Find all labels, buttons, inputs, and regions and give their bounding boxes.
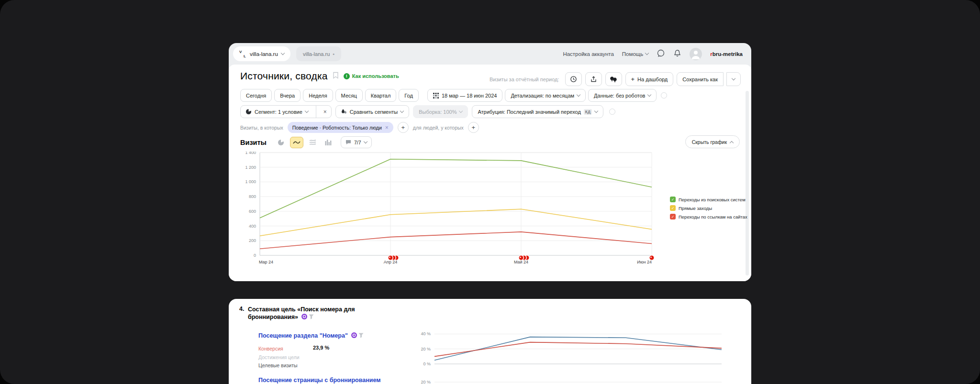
droplets-icon <box>341 109 347 115</box>
chevron-up-icon <box>730 141 734 144</box>
logo-letter: L <box>244 54 246 58</box>
avatar[interactable] <box>690 48 702 60</box>
date-range-button[interactable]: 18 мар — 18 июн 2024 <box>427 89 503 102</box>
filter-chip-label: Поведение · Роботность: Только люди <box>292 125 382 131</box>
history-button[interactable] <box>565 72 582 86</box>
hide-chart-button[interactable]: Скрыть график <box>685 135 740 148</box>
username[interactable]: rbru-metrika <box>710 51 743 57</box>
comment-dot <box>520 257 521 258</box>
series-line-0 <box>434 337 722 361</box>
stacked-chart-toggle[interactable] <box>306 137 319 148</box>
counter-selector[interactable]: V L villa-lana.ru <box>233 46 290 61</box>
metric-label-goal-reaches[interactable]: Достижения цели <box>258 354 300 360</box>
chat-icon[interactable] <box>657 49 665 59</box>
funnel-icon[interactable] <box>309 314 314 319</box>
period-button[interactable]: Квартал <box>365 89 397 102</box>
close-icon[interactable]: × <box>385 124 389 131</box>
attribution-button[interactable]: Атрибуция: Последний значимый переход КД <box>472 105 603 118</box>
line-chart-toggle[interactable] <box>290 137 303 148</box>
legend-item[interactable]: ✓Переходы из поисковых систем <box>670 197 747 202</box>
add-people-condition-button[interactable]: + <box>468 122 479 133</box>
goal1-conversion-chart[interactable]: 0 %20 %40 % <box>413 327 729 372</box>
legend-checkbox[interactable]: ✓ <box>670 197 676 202</box>
pie-chart-toggle[interactable] <box>274 137 288 148</box>
series-line-0 <box>260 159 652 218</box>
goal2-link[interactable]: Посещение страницы с броннированием <box>258 377 380 384</box>
goals-pins-button[interactable] <box>605 72 622 86</box>
period-button[interactable]: Вчера <box>274 89 301 102</box>
chevron-down-icon <box>647 93 651 97</box>
save-as-dropdown-button[interactable] <box>726 72 741 86</box>
filter-chip[interactable]: Поведение · Роботность: Только люди × <box>288 122 393 133</box>
y-tick-label: 1 400 <box>245 152 256 155</box>
visits-line-chart[interactable]: 02004006008001 0001 2001 400Мар 24Апр 24… <box>240 152 724 271</box>
legend-item[interactable]: ✓Прямые заходы <box>670 205 747 211</box>
data-mode-label: Данные: без роботов <box>594 93 645 99</box>
comment-marker[interactable] <box>388 255 399 260</box>
comment-bubble-icon <box>345 140 351 145</box>
metric-label-conversion[interactable]: Конверсия <box>258 346 283 351</box>
legend-label: Прямые заходы <box>679 206 712 211</box>
y-tick-label: 1 200 <box>245 165 256 170</box>
metric-label-target-visits[interactable]: Целевые визиты <box>258 362 298 368</box>
goal1-link[interactable]: Посещение раздела "Номера" <box>258 332 364 339</box>
visits-period-label: Визиты за отчётный период: <box>490 77 559 82</box>
goal-badge-icon[interactable] <box>351 332 357 338</box>
bell-icon[interactable] <box>673 49 681 59</box>
goal2-conversion-chart[interactable]: 20 % <box>413 374 729 384</box>
how-to-use[interactable]: ! Как использовать <box>344 73 399 79</box>
account-settings-link[interactable]: Настройка аккаунта <box>563 51 613 57</box>
y-tick-label: 800 <box>249 194 256 199</box>
sampling-button[interactable]: Выборка: 100% <box>413 105 468 118</box>
help-menu[interactable]: Помощь <box>622 51 648 57</box>
export-button[interactable] <box>585 72 602 86</box>
chevron-down-icon <box>459 109 463 113</box>
chart-legend: ✓Переходы из поисковых систем✓Прямые зах… <box>670 197 747 219</box>
metric-value-conversion: 23,9 % <box>313 345 329 351</box>
series-line-2 <box>260 232 652 249</box>
save-as-button[interactable]: Сохранить как <box>677 72 724 86</box>
funnel-icon[interactable] <box>358 333 364 338</box>
attribution-label: Атрибуция: Последний значимый переход <box>478 109 580 115</box>
segment-button[interactable]: Сегмент: 1 условие <box>241 106 313 118</box>
add-visit-condition-button[interactable]: + <box>398 122 409 133</box>
topbar: V L villa-lana.ru villa-lana.ru • Настро… <box>229 43 751 65</box>
data-mode-button[interactable]: Данные: без роботов <box>588 89 657 102</box>
help-icon[interactable] <box>661 92 667 99</box>
detalization-button[interactable]: Детализация: по месяцам <box>505 89 586 102</box>
bookmark-icon[interactable] <box>333 72 339 81</box>
report-tab[interactable]: villa-lana.ru • <box>296 46 341 61</box>
help-icon[interactable] <box>609 109 615 115</box>
period-button[interactable]: Год <box>399 89 419 102</box>
comments-count: 7/7 <box>354 140 361 145</box>
unsaved-dot: • <box>333 51 334 57</box>
segment-button-group: Сегмент: 1 условие × <box>240 105 332 118</box>
legend-checkbox[interactable]: ✓ <box>670 214 676 219</box>
plus-icon: + <box>631 76 635 83</box>
to-dashboard-button[interactable]: + На дашборд <box>625 72 674 86</box>
username-rest: bru-metrika <box>713 51 743 57</box>
comments-dropdown[interactable]: 7/7 <box>341 136 372 148</box>
metrika-app-panel: V L villa-lana.ru villa-lana.ru • Настро… <box>229 43 751 281</box>
scrollbar[interactable] <box>746 91 749 275</box>
segment-clear-button[interactable]: × <box>319 106 331 118</box>
y-tick-label: 0 <box>254 253 256 258</box>
goal-section-number: 4. <box>239 306 244 312</box>
columns-chart-toggle[interactable] <box>322 137 335 148</box>
compare-segments-button[interactable]: Сравнить сегменты <box>335 105 409 118</box>
comment-marker[interactable] <box>649 255 654 260</box>
period-buttons: СегодняВчераНеделяМесяцКварталГод <box>240 89 419 102</box>
for-people-label: для людей, у которых <box>413 125 464 131</box>
legend-checkbox[interactable]: ✓ <box>670 205 676 211</box>
y-tick-label: 20 % <box>421 347 431 351</box>
header-actions: Визиты за отчётный период: + На дашборд … <box>490 72 741 86</box>
detalization-label: Детализация: по месяцам <box>511 93 574 99</box>
hide-chart-label: Скрыть график <box>692 139 727 145</box>
period-button[interactable]: Неделя <box>303 89 333 102</box>
legend-item[interactable]: ✓Переходы по ссылкам на сайтах <box>670 214 747 219</box>
sampling-label: Выборка: 100% <box>419 109 457 115</box>
goal-badge-icon[interactable] <box>301 314 307 319</box>
period-button[interactable]: Сегодня <box>240 89 272 102</box>
period-button[interactable]: Месяц <box>335 89 363 102</box>
comment-marker[interactable] <box>519 255 529 260</box>
